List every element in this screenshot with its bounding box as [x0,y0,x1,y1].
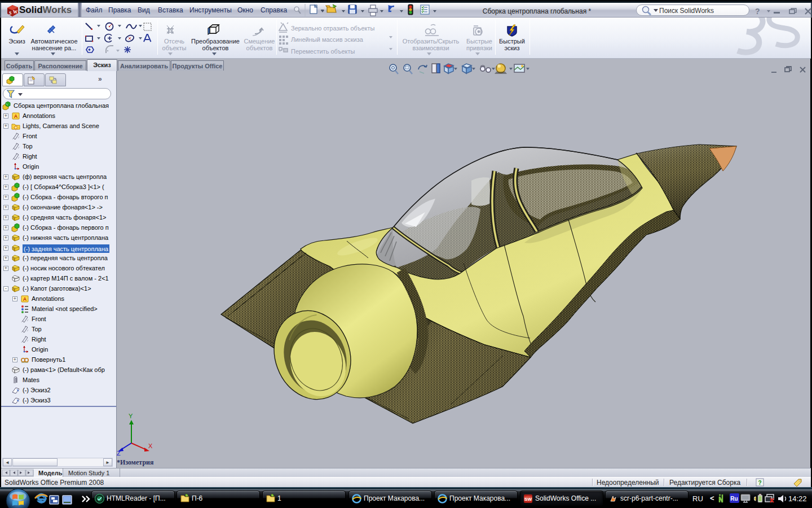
svg-text:X: X [148,443,153,449]
svg-text:S: S [9,11,12,16]
svg-text:?: ? [758,480,761,486]
svg-text:A: A [23,296,27,302]
svg-text:W: W [13,10,17,15]
svg-text:Z: Z [117,450,121,457]
svg-text:Ru: Ru [730,496,738,502]
svg-text:SW: SW [524,497,532,502]
svg-text:A: A [14,113,18,119]
svg-text:Y: Y [129,413,133,419]
